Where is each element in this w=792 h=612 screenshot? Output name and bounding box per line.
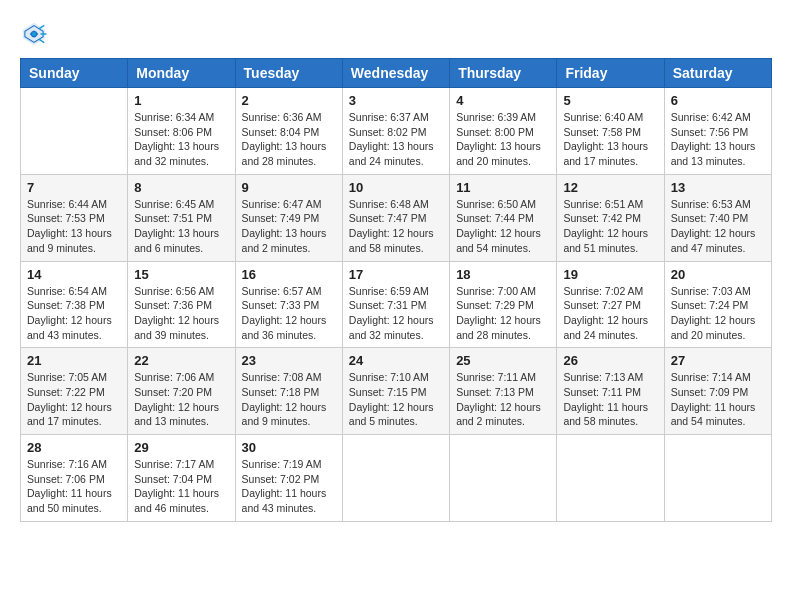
day-number: 11 (456, 180, 550, 195)
calendar-cell: 25Sunrise: 7:11 AMSunset: 7:13 PMDayligh… (450, 348, 557, 435)
day-info: Sunrise: 6:54 AMSunset: 7:38 PMDaylight:… (27, 284, 121, 343)
day-info: Sunrise: 7:16 AMSunset: 7:06 PMDaylight:… (27, 457, 121, 516)
day-info: Sunrise: 6:47 AMSunset: 7:49 PMDaylight:… (242, 197, 336, 256)
day-number: 20 (671, 267, 765, 282)
day-number: 5 (563, 93, 657, 108)
calendar-cell: 15Sunrise: 6:56 AMSunset: 7:36 PMDayligh… (128, 261, 235, 348)
day-info: Sunrise: 7:19 AMSunset: 7:02 PMDaylight:… (242, 457, 336, 516)
day-header-tuesday: Tuesday (235, 59, 342, 88)
day-info: Sunrise: 7:02 AMSunset: 7:27 PMDaylight:… (563, 284, 657, 343)
day-number: 14 (27, 267, 121, 282)
day-info: Sunrise: 7:06 AMSunset: 7:20 PMDaylight:… (134, 370, 228, 429)
calendar-cell (342, 435, 449, 522)
calendar-cell: 23Sunrise: 7:08 AMSunset: 7:18 PMDayligh… (235, 348, 342, 435)
calendar-cell (664, 435, 771, 522)
day-number: 27 (671, 353, 765, 368)
day-info: Sunrise: 7:11 AMSunset: 7:13 PMDaylight:… (456, 370, 550, 429)
day-info: Sunrise: 7:00 AMSunset: 7:29 PMDaylight:… (456, 284, 550, 343)
calendar-cell: 4Sunrise: 6:39 AMSunset: 8:00 PMDaylight… (450, 88, 557, 175)
day-number: 13 (671, 180, 765, 195)
day-number: 3 (349, 93, 443, 108)
day-number: 19 (563, 267, 657, 282)
calendar-week-row: 14Sunrise: 6:54 AMSunset: 7:38 PMDayligh… (21, 261, 772, 348)
page-header (20, 20, 772, 48)
day-info: Sunrise: 6:48 AMSunset: 7:47 PMDaylight:… (349, 197, 443, 256)
calendar-cell: 28Sunrise: 7:16 AMSunset: 7:06 PMDayligh… (21, 435, 128, 522)
logo-icon (20, 20, 48, 48)
day-header-sunday: Sunday (21, 59, 128, 88)
calendar-cell: 11Sunrise: 6:50 AMSunset: 7:44 PMDayligh… (450, 174, 557, 261)
day-number: 15 (134, 267, 228, 282)
day-header-friday: Friday (557, 59, 664, 88)
day-info: Sunrise: 6:39 AMSunset: 8:00 PMDaylight:… (456, 110, 550, 169)
calendar-cell (450, 435, 557, 522)
day-info: Sunrise: 7:13 AMSunset: 7:11 PMDaylight:… (563, 370, 657, 429)
day-number: 2 (242, 93, 336, 108)
calendar-cell (21, 88, 128, 175)
day-header-monday: Monday (128, 59, 235, 88)
day-number: 4 (456, 93, 550, 108)
calendar-cell: 10Sunrise: 6:48 AMSunset: 7:47 PMDayligh… (342, 174, 449, 261)
calendar-cell: 19Sunrise: 7:02 AMSunset: 7:27 PMDayligh… (557, 261, 664, 348)
calendar-cell: 3Sunrise: 6:37 AMSunset: 8:02 PMDaylight… (342, 88, 449, 175)
day-info: Sunrise: 7:14 AMSunset: 7:09 PMDaylight:… (671, 370, 765, 429)
calendar-cell: 24Sunrise: 7:10 AMSunset: 7:15 PMDayligh… (342, 348, 449, 435)
day-info: Sunrise: 6:45 AMSunset: 7:51 PMDaylight:… (134, 197, 228, 256)
calendar-cell: 20Sunrise: 7:03 AMSunset: 7:24 PMDayligh… (664, 261, 771, 348)
day-number: 30 (242, 440, 336, 455)
day-number: 23 (242, 353, 336, 368)
day-number: 9 (242, 180, 336, 195)
calendar-cell: 8Sunrise: 6:45 AMSunset: 7:51 PMDaylight… (128, 174, 235, 261)
day-info: Sunrise: 6:37 AMSunset: 8:02 PMDaylight:… (349, 110, 443, 169)
day-number: 18 (456, 267, 550, 282)
day-info: Sunrise: 7:03 AMSunset: 7:24 PMDaylight:… (671, 284, 765, 343)
day-info: Sunrise: 6:56 AMSunset: 7:36 PMDaylight:… (134, 284, 228, 343)
day-info: Sunrise: 7:08 AMSunset: 7:18 PMDaylight:… (242, 370, 336, 429)
day-header-wednesday: Wednesday (342, 59, 449, 88)
calendar-cell: 14Sunrise: 6:54 AMSunset: 7:38 PMDayligh… (21, 261, 128, 348)
day-number: 1 (134, 93, 228, 108)
calendar-cell: 18Sunrise: 7:00 AMSunset: 7:29 PMDayligh… (450, 261, 557, 348)
calendar-cell: 21Sunrise: 7:05 AMSunset: 7:22 PMDayligh… (21, 348, 128, 435)
day-number: 28 (27, 440, 121, 455)
calendar-cell: 17Sunrise: 6:59 AMSunset: 7:31 PMDayligh… (342, 261, 449, 348)
day-info: Sunrise: 6:53 AMSunset: 7:40 PMDaylight:… (671, 197, 765, 256)
day-number: 8 (134, 180, 228, 195)
day-number: 22 (134, 353, 228, 368)
calendar-cell (557, 435, 664, 522)
calendar-cell: 30Sunrise: 7:19 AMSunset: 7:02 PMDayligh… (235, 435, 342, 522)
day-info: Sunrise: 6:40 AMSunset: 7:58 PMDaylight:… (563, 110, 657, 169)
calendar-cell: 12Sunrise: 6:51 AMSunset: 7:42 PMDayligh… (557, 174, 664, 261)
calendar-cell: 29Sunrise: 7:17 AMSunset: 7:04 PMDayligh… (128, 435, 235, 522)
calendar-week-row: 21Sunrise: 7:05 AMSunset: 7:22 PMDayligh… (21, 348, 772, 435)
calendar-table: SundayMondayTuesdayWednesdayThursdayFrid… (20, 58, 772, 522)
calendar-cell: 5Sunrise: 6:40 AMSunset: 7:58 PMDaylight… (557, 88, 664, 175)
day-info: Sunrise: 6:50 AMSunset: 7:44 PMDaylight:… (456, 197, 550, 256)
calendar-header-row: SundayMondayTuesdayWednesdayThursdayFrid… (21, 59, 772, 88)
logo (20, 20, 52, 48)
day-info: Sunrise: 6:36 AMSunset: 8:04 PMDaylight:… (242, 110, 336, 169)
calendar-cell: 7Sunrise: 6:44 AMSunset: 7:53 PMDaylight… (21, 174, 128, 261)
day-info: Sunrise: 7:05 AMSunset: 7:22 PMDaylight:… (27, 370, 121, 429)
calendar-cell: 26Sunrise: 7:13 AMSunset: 7:11 PMDayligh… (557, 348, 664, 435)
day-number: 29 (134, 440, 228, 455)
calendar-cell: 2Sunrise: 6:36 AMSunset: 8:04 PMDaylight… (235, 88, 342, 175)
calendar-cell: 6Sunrise: 6:42 AMSunset: 7:56 PMDaylight… (664, 88, 771, 175)
calendar-cell: 1Sunrise: 6:34 AMSunset: 8:06 PMDaylight… (128, 88, 235, 175)
calendar-cell: 22Sunrise: 7:06 AMSunset: 7:20 PMDayligh… (128, 348, 235, 435)
day-number: 16 (242, 267, 336, 282)
day-info: Sunrise: 7:17 AMSunset: 7:04 PMDaylight:… (134, 457, 228, 516)
day-number: 10 (349, 180, 443, 195)
day-number: 6 (671, 93, 765, 108)
day-info: Sunrise: 6:59 AMSunset: 7:31 PMDaylight:… (349, 284, 443, 343)
day-info: Sunrise: 6:51 AMSunset: 7:42 PMDaylight:… (563, 197, 657, 256)
day-info: Sunrise: 6:57 AMSunset: 7:33 PMDaylight:… (242, 284, 336, 343)
day-number: 24 (349, 353, 443, 368)
day-info: Sunrise: 6:34 AMSunset: 8:06 PMDaylight:… (134, 110, 228, 169)
calendar-week-row: 1Sunrise: 6:34 AMSunset: 8:06 PMDaylight… (21, 88, 772, 175)
calendar-week-row: 28Sunrise: 7:16 AMSunset: 7:06 PMDayligh… (21, 435, 772, 522)
day-header-saturday: Saturday (664, 59, 771, 88)
day-number: 26 (563, 353, 657, 368)
calendar-week-row: 7Sunrise: 6:44 AMSunset: 7:53 PMDaylight… (21, 174, 772, 261)
day-info: Sunrise: 6:44 AMSunset: 7:53 PMDaylight:… (27, 197, 121, 256)
